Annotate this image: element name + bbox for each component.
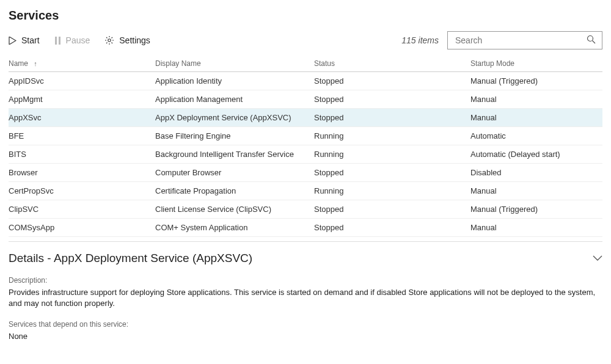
svg-line-10 [112, 37, 113, 38]
cell-name: AppMgmt [9, 90, 155, 109]
cell-startup: Manual (Triggered) [470, 72, 602, 90]
details-title: Details - AppX Deployment Service (AppXS… [9, 252, 252, 265]
table-row[interactable]: CertPropSvcCertificate PropagationRunnin… [9, 182, 602, 200]
toolbar: Start Pause Settings 115 items [9, 31, 602, 49]
page-title: Services [9, 9, 602, 23]
table-row[interactable]: BFEBase Filtering EngineRunningAutomatic [9, 127, 602, 145]
sort-ascending-icon: ↑ [34, 60, 37, 67]
svg-line-7 [106, 37, 108, 38]
column-header-display-name[interactable]: Display Name [155, 56, 314, 72]
collapse-button[interactable] [593, 255, 602, 261]
column-header-name-label: Name [9, 59, 28, 68]
column-header-status[interactable]: Status [314, 56, 470, 72]
description-value: Provides infrastructure support for depl… [9, 287, 602, 309]
cell-startup: Manual [470, 90, 602, 109]
cell-display: AppX Deployment Service (AppXSVC) [155, 109, 314, 127]
svg-line-8 [112, 43, 113, 44]
cell-display: Application Identity [155, 72, 314, 90]
services-table-wrap: Name ↑ Display Name Status Startup Mode … [9, 56, 602, 238]
svg-point-2 [108, 39, 111, 42]
cell-name: AppXSvc [9, 109, 155, 127]
cell-startup: Disabled [470, 164, 602, 182]
table-row[interactable]: BITSBackground Intelligent Transfer Serv… [9, 145, 602, 164]
table-row[interactable]: BrowserComputer BrowserStoppedDisabled [9, 164, 602, 182]
svg-rect-0 [55, 37, 57, 45]
cell-status: Running [314, 145, 470, 164]
cell-display: Application Management [155, 90, 314, 109]
cell-display: CoreMessaging [155, 237, 314, 238]
settings-button-label: Settings [119, 35, 150, 45]
cell-display: Certificate Propagation [155, 182, 314, 200]
cell-startup: Automatic [470, 127, 602, 145]
start-button-label: Start [21, 35, 40, 45]
table-row[interactable]: CoreMessagingRegistrarCoreMessagingRunni… [9, 237, 602, 238]
svg-line-9 [106, 43, 108, 44]
cell-name: CoreMessagingRegistrar [9, 237, 155, 238]
column-header-startup-mode[interactable]: Startup Mode [470, 56, 602, 72]
chevron-down-icon [593, 255, 602, 261]
cell-display: Computer Browser [155, 164, 314, 182]
cell-status: Running [314, 182, 470, 200]
cell-status: Stopped [314, 219, 470, 237]
description-label: Description: [9, 276, 602, 285]
table-row[interactable]: COMSysAppCOM+ System ApplicationStoppedM… [9, 219, 602, 237]
search-input[interactable] [454, 35, 587, 46]
cell-status: Stopped [314, 200, 470, 219]
column-header-name[interactable]: Name ↑ [9, 56, 155, 72]
details-panel: Details - AppX Deployment Service (AppXS… [9, 241, 602, 354]
table-row[interactable]: AppMgmtApplication ManagementStoppedManu… [9, 90, 602, 109]
depends-value: None [9, 331, 602, 342]
gear-icon [104, 35, 114, 45]
cell-startup: Manual [470, 182, 602, 200]
table-row[interactable]: AppIDSvcApplication IdentityStoppedManua… [9, 72, 602, 90]
cell-status: Stopped [314, 109, 470, 127]
svg-line-12 [593, 41, 596, 44]
cell-startup: Manual [470, 109, 602, 127]
cell-name: Browser [9, 164, 155, 182]
settings-button[interactable]: Settings [104, 35, 150, 45]
item-count: 115 items [401, 35, 439, 45]
svg-rect-1 [59, 37, 60, 45]
table-row[interactable]: ClipSVCClient License Service (ClipSVC)S… [9, 200, 602, 219]
cell-status: Running [314, 237, 470, 238]
svg-point-11 [588, 36, 593, 42]
cell-name: ClipSVC [9, 200, 155, 219]
cell-status: Running [314, 127, 470, 145]
cell-display: Base Filtering Engine [155, 127, 314, 145]
pause-icon [54, 37, 61, 45]
search-icon[interactable] [587, 35, 596, 46]
cell-display: Background Intelligent Transfer Service [155, 145, 314, 164]
cell-name: CertPropSvc [9, 182, 155, 200]
services-table: Name ↑ Display Name Status Startup Mode … [9, 56, 602, 238]
depends-label: Services that depend on this service: [9, 320, 602, 329]
cell-name: BFE [9, 127, 155, 145]
cell-name: COMSysApp [9, 219, 155, 237]
cell-name: BITS [9, 145, 155, 164]
cell-display: Client License Service (ClipSVC) [155, 200, 314, 219]
cell-display: COM+ System Application [155, 219, 314, 237]
search-box-container [447, 31, 602, 49]
play-icon [9, 37, 16, 45]
cell-startup: Manual [470, 219, 602, 237]
cell-startup: Automatic [470, 237, 602, 238]
cell-startup: Manual (Triggered) [470, 200, 602, 219]
start-button[interactable]: Start [9, 35, 40, 45]
cell-startup: Automatic (Delayed start) [470, 145, 602, 164]
pause-button-label: Pause [66, 35, 90, 45]
cell-status: Stopped [314, 164, 470, 182]
cell-status: Stopped [314, 72, 470, 90]
pause-button: Pause [54, 35, 90, 45]
table-row[interactable]: AppXSvcAppX Deployment Service (AppXSVC)… [9, 109, 602, 127]
cell-name: AppIDSvc [9, 72, 155, 90]
cell-status: Stopped [314, 90, 470, 109]
